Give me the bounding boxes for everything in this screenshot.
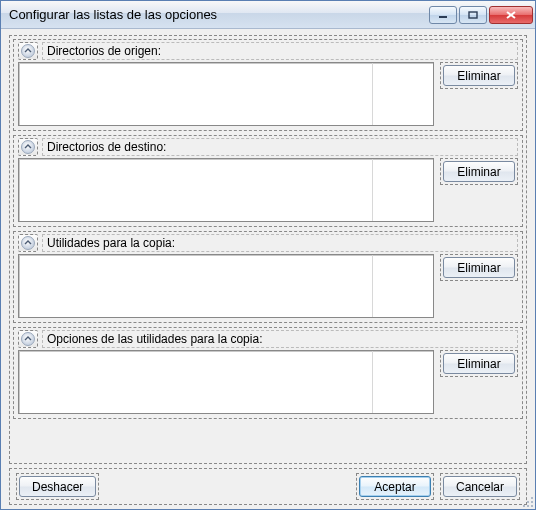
column-separator	[372, 255, 373, 317]
section-title: Utilidades para la copia:	[42, 234, 518, 252]
section-body: Eliminar	[18, 158, 518, 222]
collapse-button[interactable]	[18, 42, 38, 60]
delete-button[interactable]: Eliminar	[443, 65, 515, 86]
cancel-button[interactable]: Cancelar	[443, 476, 517, 497]
delete-button[interactable]: Eliminar	[443, 161, 515, 182]
svg-point-5	[527, 501, 529, 503]
accept-wrap: Aceptar	[356, 473, 434, 500]
section-title: Directorios de destino:	[42, 138, 518, 156]
delete-button[interactable]: Eliminar	[443, 353, 515, 374]
section-body: Eliminar	[18, 350, 518, 414]
section-header: Directorios de origen:	[18, 42, 518, 60]
svg-point-4	[531, 497, 533, 499]
collapse-button[interactable]	[18, 234, 38, 252]
copy-util-options-list[interactable]	[18, 350, 434, 414]
source-dirs-list[interactable]	[18, 62, 434, 126]
column-separator	[372, 351, 373, 413]
window-title: Configurar las listas de las opciones	[9, 7, 429, 22]
section-header: Directorios de destino:	[18, 138, 518, 156]
maximize-button[interactable]	[459, 6, 487, 24]
svg-rect-0	[439, 16, 447, 18]
close-button[interactable]	[489, 6, 533, 24]
chevron-up-icon	[21, 236, 35, 250]
section-header: Utilidades para la copia:	[18, 234, 518, 252]
copy-utils-list[interactable]	[18, 254, 434, 318]
chevron-up-icon	[21, 332, 35, 346]
svg-point-8	[527, 505, 529, 507]
chevron-up-icon	[21, 140, 35, 154]
collapse-button[interactable]	[18, 138, 38, 156]
section-source-dirs: Directorios de origen: Eliminar	[13, 39, 523, 131]
maximize-icon	[468, 11, 478, 19]
resize-grip-icon[interactable]	[520, 494, 534, 508]
svg-point-7	[523, 505, 525, 507]
sections-container: Directorios de origen: Eliminar	[9, 35, 527, 464]
close-icon	[505, 10, 517, 20]
column-separator	[372, 159, 373, 221]
section-title: Opciones de las utilidades para la copia…	[42, 330, 518, 348]
undo-button[interactable]: Deshacer	[19, 476, 96, 497]
accept-button[interactable]: Aceptar	[359, 476, 431, 497]
delete-wrap: Eliminar	[440, 62, 518, 89]
column-separator	[372, 63, 373, 125]
section-body: Eliminar	[18, 254, 518, 318]
minimize-icon	[438, 11, 448, 19]
section-dest-dirs: Directorios de destino: Eliminar	[13, 135, 523, 227]
section-title: Directorios de origen:	[42, 42, 518, 60]
window-controls	[429, 6, 533, 24]
chevron-up-icon	[21, 44, 35, 58]
delete-wrap: Eliminar	[440, 350, 518, 377]
minimize-button[interactable]	[429, 6, 457, 24]
bottom-bar: Deshacer Aceptar Cancelar	[9, 468, 527, 505]
svg-point-9	[531, 505, 533, 507]
cancel-wrap: Cancelar	[440, 473, 520, 500]
delete-wrap: Eliminar	[440, 158, 518, 185]
section-copy-utils: Utilidades para la copia: Eliminar	[13, 231, 523, 323]
section-header: Opciones de las utilidades para la copia…	[18, 330, 518, 348]
collapse-button[interactable]	[18, 330, 38, 348]
delete-wrap: Eliminar	[440, 254, 518, 281]
section-body: Eliminar	[18, 62, 518, 126]
undo-wrap: Deshacer	[16, 473, 99, 500]
section-copy-util-options: Opciones de las utilidades para la copia…	[13, 327, 523, 419]
confirm-buttons: Aceptar Cancelar	[356, 473, 520, 500]
delete-button[interactable]: Eliminar	[443, 257, 515, 278]
svg-rect-1	[469, 12, 477, 18]
svg-point-6	[531, 501, 533, 503]
dest-dirs-list[interactable]	[18, 158, 434, 222]
titlebar: Configurar las listas de las opciones	[1, 1, 535, 29]
window: Configurar las listas de las opciones	[0, 0, 536, 510]
client-area: Directorios de origen: Eliminar	[1, 29, 535, 509]
